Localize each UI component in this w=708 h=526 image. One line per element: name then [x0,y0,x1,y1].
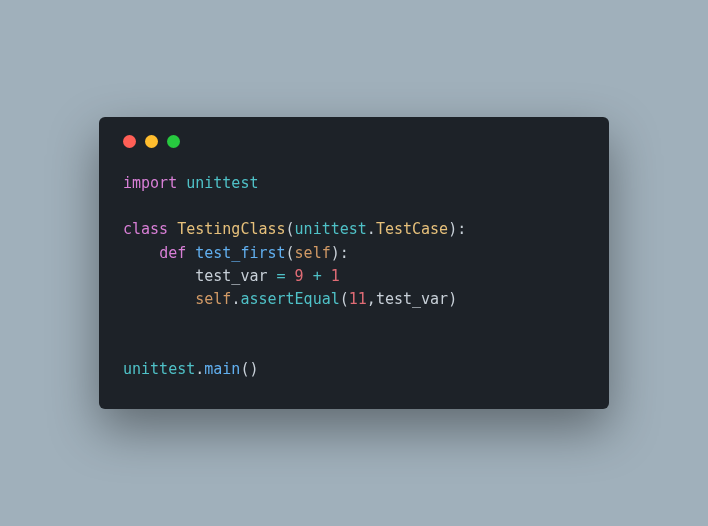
punctuation: . [195,360,204,378]
minimize-icon[interactable] [145,135,158,148]
module-ref: unittest [295,220,367,238]
function-name: test_first [195,244,285,262]
self-param: self [295,244,331,262]
punctuation: ( [286,220,295,238]
method-call: assertEqual [240,290,339,308]
zoom-icon[interactable] [167,135,180,148]
base-class: TestCase [376,220,448,238]
window-titlebar [123,135,585,148]
punctuation: () [240,360,258,378]
keyword-import: import [123,174,177,192]
keyword-class: class [123,220,168,238]
indent [123,267,195,285]
self-ref: self [195,290,231,308]
code-block: import unittest class TestingClass(unitt… [123,172,585,381]
variable: test_var [195,267,276,285]
punctuation: ( [340,290,349,308]
operator-assign: = [277,267,295,285]
operator-plus: + [304,267,331,285]
punctuation: ) [448,290,457,308]
number-literal: 9 [295,267,304,285]
keyword-def: def [159,244,186,262]
function-call: main [204,360,240,378]
number-literal: 11 [349,290,367,308]
class-name: TestingClass [177,220,285,238]
punctuation: ): [448,220,466,238]
module-unittest: unittest [186,174,258,192]
punctuation: , [367,290,376,308]
close-icon[interactable] [123,135,136,148]
punctuation: ): [331,244,349,262]
punctuation: . [367,220,376,238]
code-window: import unittest class TestingClass(unitt… [99,117,609,409]
module-ref: unittest [123,360,195,378]
indent [123,290,195,308]
number-literal: 1 [331,267,340,285]
punctuation: ( [286,244,295,262]
variable: test_var [376,290,448,308]
indent [123,244,159,262]
